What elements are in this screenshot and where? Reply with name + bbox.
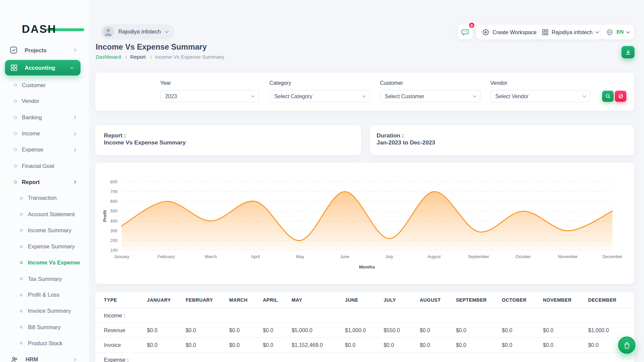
sidebar-item-income-summary[interactable]: Income Summary [0,222,89,238]
table-body: Income :Revenue$0.0$0.0$0.0$0.0$5,000.0$… [95,308,634,362]
table-section-label: Expense : [104,357,634,362]
bullet-icon [20,342,22,344]
column-header: MARCH [229,297,263,302]
bullet-icon [14,100,17,103]
table-cell: $0.0 [229,342,263,348]
category-select[interactable]: Select Category [269,90,370,102]
column-header: APRIL [263,297,292,302]
account-menu-button[interactable]: Rajodiya infotech [536,24,604,39]
sidebar-item-label: Income Summary [28,227,71,233]
download-report-button[interactable] [622,46,635,58]
chevron-down-icon [627,29,630,33]
sidebar-item-label: Bill Summary [28,324,60,330]
bullet-icon [20,310,22,312]
sidebar-item-bill-summary[interactable]: Bill Summary [0,319,89,335]
sidebar-item-profit-loss[interactable]: Profit & Loss [0,287,89,303]
account-menu-label: Rajodiya infotech [551,29,592,35]
sidebar-item-income[interactable]: Income [0,126,89,142]
column-header: JANUARY [147,297,185,302]
sidebar-item-transaction[interactable]: Transaction [0,190,89,206]
sidebar-item-label: Income [22,130,40,136]
profit-area-chart: 100200300400500600700800JanuaryFebruaryM… [95,163,634,284]
sidebar-item-vendor[interactable]: Vendor [0,93,89,109]
sidebar-item-invoice-summary[interactable]: Invoice Summary [0,303,89,319]
sidebar-item-tax-summary[interactable]: Tax Summary [0,271,89,287]
breadcrumb-dashboard-link[interactable]: Dashboard [96,54,121,60]
svg-text:800: 800 [110,179,117,184]
chart-x-labels: JanuaryFebruaryMarchAprilMayJuneJulyAugu… [114,254,623,259]
vendor-select-value: Select Vendor [495,93,529,99]
sidebar-item-income-vs-expense[interactable]: Income Vs Expense [0,255,89,271]
chevron-right-icon [72,132,76,135]
svg-text:November: November [558,254,578,259]
table-cell: $0.0 [384,342,420,348]
sidebar-item-label: Expense [22,147,43,153]
column-header: SEPTEMBER [456,297,502,302]
breadcrumb-current: Income Vs Expense Summary [155,54,224,60]
chevron-down-icon [251,94,255,97]
report-table-card: TYPEJANUARYFEBRUARYMARCHAPRILMAYJUNEJULY… [95,292,634,362]
sidebar-item-customer[interactable]: Customer [0,77,89,93]
apply-filter-button[interactable] [602,91,613,102]
category-select-value: Select Category [274,93,312,99]
chevron-right-icon [72,48,76,52]
year-select[interactable]: 2023 [160,90,259,102]
grid-icon [542,29,548,35]
sidebar-item-expense[interactable]: Expense [0,142,89,158]
search-icon [605,94,610,99]
reset-filter-button[interactable] [615,91,626,102]
svg-text:600: 600 [110,199,117,204]
vendor-label: Vendor [490,80,590,86]
workspace-switcher[interactable]: Rajodiya infotech [100,24,174,39]
create-workspace-label: Create Workspace [492,29,537,35]
language-selector[interactable]: EN [601,24,634,39]
sidebar-item-financial-goal[interactable]: Finacial Goal [0,158,89,174]
table-cell: $0.0 [229,327,263,333]
report-label: Report : [104,132,361,139]
chevron-right-icon [72,358,76,361]
create-workspace-button[interactable]: Create Workspace [476,24,542,39]
sidebar-item-hrm[interactable]: HRM [0,351,89,362]
messages-button[interactable]: 0 [458,24,473,39]
bullet-icon [20,326,22,328]
bullet-icon [20,213,22,216]
chevron-down-icon [362,94,366,97]
customer-label: Customer [380,80,481,86]
svg-text:August: August [427,254,441,259]
customer-select[interactable]: Select Customer [380,90,481,102]
svg-text:400: 400 [110,219,117,224]
svg-text:June: June [340,254,350,259]
sidebar-item-expense-summary[interactable]: Expense Summary [0,238,89,254]
breadcrumb-report-link[interactable]: Report [130,54,146,60]
chat-badge: 0 [469,22,475,28]
support-cart-button[interactable] [618,337,635,354]
bullet-icon [14,84,17,87]
svg-text:February: February [158,254,175,259]
app-logo[interactable]: DASH [22,23,56,36]
svg-text:300: 300 [110,228,117,233]
table-cell: $0.0 [456,342,502,348]
sidebar-item-report[interactable]: Report [0,174,89,190]
sidebar-item-account-statement[interactable]: Account Statement [0,206,89,222]
sidebar-item-product-stock[interactable]: Product Stock [0,335,89,351]
chart-area-fill [121,192,612,250]
logo-text: DASH [22,23,56,36]
filter-customer: Customer Select Customer [380,80,481,102]
sidebar-item-label: Tax Summary [28,276,62,282]
chevron-down-icon [165,29,168,33]
bullet-icon [20,261,22,264]
column-header: NOVEMBER [543,297,588,302]
table-cell: $1,152,469.0 [291,342,345,348]
chart-xlabel: Months [359,264,375,269]
sidebar-item-label: Expense Summary [28,243,75,249]
svg-text:September: September [468,254,489,259]
sidebar-item-accounting[interactable]: Accounting [5,60,80,76]
hrm-users-icon [11,356,18,362]
sidebar-item-projects[interactable]: Projects [5,43,84,57]
plus-circle-icon [482,28,489,36]
report-value: Income Vs Expense Summary [104,139,361,146]
column-header: DECEMBER [588,297,634,302]
vendor-select[interactable]: Select Vendor [490,90,590,102]
sidebar-item-banking[interactable]: Banking [0,109,89,125]
bullet-icon [14,132,17,135]
